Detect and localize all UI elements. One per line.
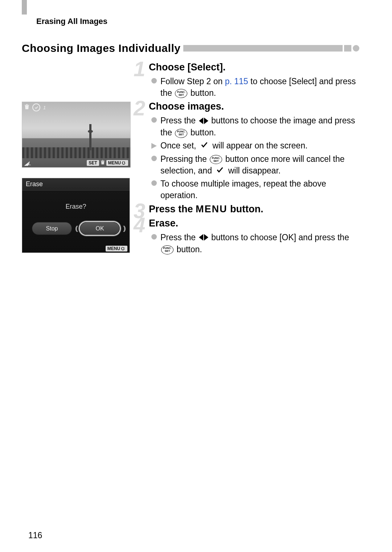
lcd-erase-dialog: Erase Erase? Stop OK MENU	[22, 178, 130, 253]
step-number-2: 2	[134, 96, 145, 120]
page-number: 116	[28, 531, 42, 540]
func-set-icon: FUNC.SET	[175, 129, 187, 138]
set-tag: SET	[87, 160, 99, 166]
step-4: 4 Erase. Press the buttons to choose [OK…	[136, 218, 359, 255]
check-circle-icon	[32, 103, 40, 111]
bullet-disc-icon	[150, 115, 158, 123]
step-number-1: 1	[134, 57, 145, 81]
page-link-115[interactable]: p. 115	[225, 77, 248, 86]
bullet-disc-icon	[150, 76, 158, 83]
section-tab	[22, 0, 27, 15]
step-2-title: Choose images.	[149, 101, 359, 112]
section-title: Choosing Images Individually	[22, 42, 180, 54]
section-title-row: Choosing Images Individually	[22, 42, 359, 54]
bullet-disc-icon	[150, 232, 158, 240]
erase-question: Erase?	[22, 203, 130, 210]
bullet-triangle-icon	[150, 140, 158, 149]
step-4-text: Press the buttons to choose [OK] and pre…	[160, 232, 359, 255]
bullet-disc-icon	[150, 154, 158, 161]
bullet-disc-icon	[150, 178, 158, 186]
menu-button-label: MENU	[196, 204, 228, 214]
func-set-icon: FUNC.SET	[175, 89, 187, 98]
step-1-text: Follow Step 2 on p. 115 to choose [Selec…	[160, 76, 359, 99]
step-number-4: 4	[134, 213, 145, 237]
menu-tag: MENU	[106, 160, 128, 166]
left-right-arrows-icon	[199, 116, 208, 127]
checkmark-icon	[216, 165, 224, 177]
selected-count: 1	[43, 105, 46, 110]
step-2: 2 Choose images. Press the buttons to ch…	[136, 101, 359, 201]
step-3-title: Press the MENU button.	[149, 204, 359, 215]
trash-icon	[24, 104, 29, 111]
lcd-select-preview: 1 ◢L SET MENU	[22, 102, 131, 168]
checkmark-icon	[200, 140, 208, 152]
stop-button[interactable]: Stop	[32, 222, 72, 235]
func-set-icon: FUNC.SET	[210, 155, 222, 164]
step-4-title: Erase.	[149, 218, 359, 229]
running-header: Erasing All Images	[36, 17, 359, 26]
erase-dialog-title: Erase	[22, 178, 130, 191]
trash-small-icon	[101, 160, 105, 166]
step-2-text-4: To choose multiple images, repeat the ab…	[160, 178, 359, 201]
title-rule-dot	[353, 45, 359, 52]
ok-button[interactable]: OK	[80, 222, 120, 235]
step-2-text-1: Press the buttons to choose the image an…	[160, 115, 359, 139]
step-1: 1 Choose [Select]. Follow Step 2 on p. 1…	[136, 62, 359, 99]
step-1-title: Choose [Select].	[149, 62, 359, 73]
step-2-text-2: Once set, will appear on the screen.	[160, 140, 307, 152]
step-2-text-3: Pressing the FUNC.SET button once more w…	[160, 154, 359, 177]
left-right-arrows-icon	[199, 232, 208, 244]
title-rule	[183, 45, 343, 52]
func-set-icon: FUNC.SET	[161, 245, 173, 254]
title-rule-seg	[344, 45, 351, 52]
step-3: 3 Press the MENU button.	[136, 204, 359, 215]
menu-tag-erase: MENU	[106, 246, 127, 252]
image-size-indicator: ◢L	[24, 160, 31, 166]
